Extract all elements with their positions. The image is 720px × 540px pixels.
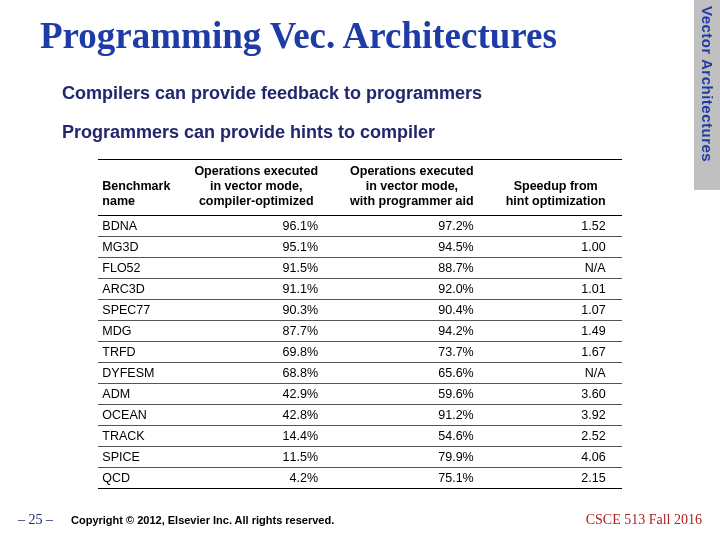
cell-name: FLO52 bbox=[98, 258, 178, 279]
cell-name: BDNA bbox=[98, 216, 178, 237]
slide-title: Programming Vec. Architectures bbox=[0, 0, 720, 79]
cell-speedup: 1.07 bbox=[490, 300, 622, 321]
cell-name: TRACK bbox=[98, 426, 178, 447]
cell-opt: 69.8% bbox=[178, 342, 334, 363]
table-row: MG3D95.1%94.5%1.00 bbox=[98, 237, 621, 258]
table-row: TRFD69.8%73.7%1.67 bbox=[98, 342, 621, 363]
cell-opt: 91.1% bbox=[178, 279, 334, 300]
cell-aid: 59.6% bbox=[334, 384, 490, 405]
copyright: Copyright © 2012, Elsevier Inc. All righ… bbox=[71, 514, 334, 526]
cell-aid: 94.2% bbox=[334, 321, 490, 342]
cell-speedup: 4.06 bbox=[490, 447, 622, 468]
table-row: QCD4.2%75.1%2.15 bbox=[98, 468, 621, 489]
cell-opt: 42.9% bbox=[178, 384, 334, 405]
cell-aid: 91.2% bbox=[334, 405, 490, 426]
table-row: MDG87.7%94.2%1.49 bbox=[98, 321, 621, 342]
table-row: ADM42.9%59.6%3.60 bbox=[98, 384, 621, 405]
cell-name: TRFD bbox=[98, 342, 178, 363]
col-header-opt: Operations executedin vector mode,compil… bbox=[178, 160, 334, 216]
table-row: DYFESM68.8%65.6%N/A bbox=[98, 363, 621, 384]
body-line-1: Compilers can provide feedback to progra… bbox=[0, 79, 720, 118]
cell-aid: 75.1% bbox=[334, 468, 490, 489]
cell-opt: 11.5% bbox=[178, 447, 334, 468]
cell-name: QCD bbox=[98, 468, 178, 489]
cell-name: ADM bbox=[98, 384, 178, 405]
cell-name: MDG bbox=[98, 321, 178, 342]
course-label: CSCE 513 Fall 2016 bbox=[586, 512, 702, 528]
cell-speedup: 2.15 bbox=[490, 468, 622, 489]
table-row: SPICE11.5%79.9%4.06 bbox=[98, 447, 621, 468]
col-header-name: Benchmarkname bbox=[98, 160, 178, 216]
table-row: TRACK14.4%54.6%2.52 bbox=[98, 426, 621, 447]
col-header-speedup: Speedup fromhint optimization bbox=[490, 160, 622, 216]
cell-aid: 65.6% bbox=[334, 363, 490, 384]
table-row: SPEC7790.3%90.4%1.07 bbox=[98, 300, 621, 321]
table-row: FLO5291.5%88.7%N/A bbox=[98, 258, 621, 279]
cell-speedup: 1.67 bbox=[490, 342, 622, 363]
cell-opt: 87.7% bbox=[178, 321, 334, 342]
col-header-aid: Operations executedin vector mode,with p… bbox=[334, 160, 490, 216]
cell-aid: 88.7% bbox=[334, 258, 490, 279]
cell-speedup: 1.01 bbox=[490, 279, 622, 300]
side-tab: Vector Architectures bbox=[694, 0, 720, 190]
cell-opt: 4.2% bbox=[178, 468, 334, 489]
cell-opt: 14.4% bbox=[178, 426, 334, 447]
cell-aid: 54.6% bbox=[334, 426, 490, 447]
cell-speedup: 3.92 bbox=[490, 405, 622, 426]
cell-name: SPEC77 bbox=[98, 300, 178, 321]
cell-aid: 90.4% bbox=[334, 300, 490, 321]
table-row: OCEAN42.8%91.2%3.92 bbox=[98, 405, 621, 426]
cell-aid: 79.9% bbox=[334, 447, 490, 468]
cell-opt: 68.8% bbox=[178, 363, 334, 384]
footer: – 25 – Copyright © 2012, Elsevier Inc. A… bbox=[0, 512, 720, 528]
cell-name: DYFESM bbox=[98, 363, 178, 384]
cell-opt: 91.5% bbox=[178, 258, 334, 279]
cell-speedup: N/A bbox=[490, 363, 622, 384]
cell-aid: 97.2% bbox=[334, 216, 490, 237]
cell-aid: 73.7% bbox=[334, 342, 490, 363]
cell-opt: 42.8% bbox=[178, 405, 334, 426]
cell-opt: 96.1% bbox=[178, 216, 334, 237]
cell-aid: 92.0% bbox=[334, 279, 490, 300]
body-line-2: Programmers can provide hints to compile… bbox=[0, 118, 720, 157]
table-row: ARC3D91.1%92.0%1.01 bbox=[98, 279, 621, 300]
cell-speedup: 1.52 bbox=[490, 216, 622, 237]
cell-opt: 95.1% bbox=[178, 237, 334, 258]
cell-opt: 90.3% bbox=[178, 300, 334, 321]
cell-aid: 94.5% bbox=[334, 237, 490, 258]
cell-name: ARC3D bbox=[98, 279, 178, 300]
page-number: – 25 – bbox=[18, 512, 53, 528]
cell-name: MG3D bbox=[98, 237, 178, 258]
benchmark-table: Benchmarkname Operations executedin vect… bbox=[98, 159, 621, 489]
cell-name: OCEAN bbox=[98, 405, 178, 426]
cell-speedup: 1.00 bbox=[490, 237, 622, 258]
cell-speedup: 2.52 bbox=[490, 426, 622, 447]
cell-speedup: 3.60 bbox=[490, 384, 622, 405]
table-row: BDNA96.1%97.2%1.52 bbox=[98, 216, 621, 237]
cell-speedup: 1.49 bbox=[490, 321, 622, 342]
cell-speedup: N/A bbox=[490, 258, 622, 279]
side-tab-label: Vector Architectures bbox=[699, 0, 716, 162]
cell-name: SPICE bbox=[98, 447, 178, 468]
